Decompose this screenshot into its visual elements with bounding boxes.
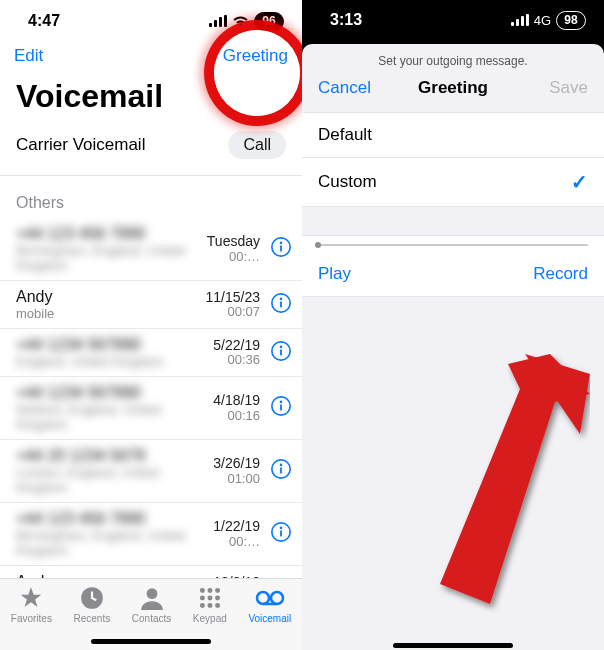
scrub-track[interactable] — [302, 236, 604, 254]
svg-point-37 — [207, 603, 212, 608]
svg-point-5 — [280, 242, 283, 245]
voicemail-date: 4/18/19 — [213, 392, 260, 408]
home-indicator[interactable] — [393, 643, 513, 648]
svg-rect-44 — [521, 16, 524, 26]
voicemail-date: 3/26/19 — [213, 455, 260, 471]
edit-button[interactable]: Edit — [14, 46, 43, 66]
svg-point-30 — [200, 588, 205, 593]
hint-text: Set your outgoing message. — [302, 44, 604, 72]
save-button[interactable]: Save — [549, 78, 588, 98]
svg-rect-6 — [280, 245, 282, 251]
home-indicator[interactable] — [91, 639, 211, 644]
tab-keypad[interactable]: Keypad — [193, 585, 227, 624]
info-icon[interactable] — [270, 395, 292, 417]
clock-icon — [79, 585, 105, 611]
info-icon[interactable] — [270, 521, 292, 543]
svg-rect-12 — [280, 349, 282, 355]
svg-point-39 — [257, 592, 269, 604]
person-icon — [139, 585, 165, 611]
tab-voicemail[interactable]: Voicemail — [248, 585, 291, 624]
voicemail-duration: 00:… — [213, 535, 260, 550]
info-icon[interactable] — [270, 292, 292, 314]
voicemail-row[interactable]: +44 20 1234 5678London, England, United … — [0, 440, 302, 503]
svg-point-32 — [215, 588, 220, 593]
svg-point-35 — [215, 596, 220, 601]
svg-point-31 — [207, 588, 212, 593]
star-icon — [18, 585, 44, 611]
voicemail-sub: London, England, United Kingdom — [16, 465, 213, 495]
tab-recents[interactable]: Recents — [74, 585, 111, 624]
voicemail-row[interactable]: +44 123 456 7890Birmingham, England, Uni… — [0, 218, 302, 281]
svg-rect-1 — [214, 20, 217, 27]
cancel-button[interactable]: Cancel — [318, 78, 371, 98]
signal-icon — [209, 15, 227, 27]
option-default[interactable]: Default — [302, 113, 604, 158]
greeting-screen: 3:13 4G 98 Set your outgoing message. Ca… — [302, 0, 604, 650]
svg-point-29 — [146, 588, 157, 599]
voicemail-date: 11/15/23 — [206, 289, 261, 305]
svg-rect-21 — [280, 530, 282, 536]
tab-favorites[interactable]: Favorites — [11, 585, 52, 624]
info-icon[interactable] — [270, 340, 292, 362]
voicemail-row[interactable]: +44 1234 567890Watford, England, United … — [0, 377, 302, 440]
keypad-icon — [197, 585, 223, 611]
voicemail-duration: 00:16 — [213, 409, 260, 424]
recording-controls: Play Record — [302, 235, 604, 297]
others-header: Others — [0, 176, 302, 218]
voicemail-duration: 00:… — [207, 250, 260, 265]
voicemail-sub: Birmingham, England, United Kingdom — [16, 243, 207, 273]
voicemail-caller: +44 123 456 7890 — [16, 225, 207, 243]
battery-icon: 96 — [254, 12, 284, 31]
greeting-button[interactable]: Greeting — [223, 46, 288, 66]
svg-point-8 — [280, 297, 283, 300]
highlight-circle — [214, 30, 300, 116]
svg-point-20 — [280, 527, 283, 530]
svg-point-11 — [280, 345, 283, 348]
status-time: 4:47 — [28, 12, 60, 30]
voicemail-sub: Birmingham, England, United Kingdom — [16, 528, 213, 558]
voicemail-duration: 01:00 — [213, 472, 260, 487]
voicemail-caller: +44 123 456 7890 — [16, 510, 213, 528]
voicemail-row[interactable]: +44 123 456 7890Birmingham, England, Uni… — [0, 503, 302, 566]
svg-rect-2 — [219, 17, 222, 27]
nav-bar: Edit Greeting — [0, 42, 302, 72]
voicemail-sub: England, United Kingdom — [16, 354, 213, 369]
network-label: 4G — [534, 13, 551, 28]
battery-icon: 98 — [556, 11, 586, 30]
call-button[interactable]: Call — [228, 131, 286, 159]
svg-rect-9 — [280, 301, 282, 307]
voicemail-duration: 00:07 — [206, 305, 261, 320]
status-bar: 3:13 4G 98 — [302, 0, 604, 40]
svg-marker-46 — [440, 354, 590, 604]
voicemail-duration: 00:36 — [213, 353, 260, 368]
tab-contacts[interactable]: Contacts — [132, 585, 171, 624]
svg-point-34 — [207, 596, 212, 601]
voicemail-sub: Watford, England, United Kingdom — [16, 402, 213, 432]
annotation-arrow-icon — [430, 354, 590, 644]
checkmark-icon: ✓ — [571, 170, 588, 194]
voicemail-icon — [255, 585, 285, 611]
signal-icon — [511, 14, 529, 26]
svg-rect-18 — [280, 467, 282, 473]
greeting-title: Greeting — [418, 78, 488, 98]
option-custom[interactable]: Custom ✓ — [302, 158, 604, 206]
svg-rect-42 — [511, 22, 514, 26]
info-icon[interactable] — [270, 236, 292, 258]
svg-marker-47 — [525, 354, 590, 434]
voicemail-date: 5/22/19 — [213, 337, 260, 353]
carrier-voicemail-row[interactable]: Carrier Voicemail Call — [0, 125, 302, 176]
record-button[interactable]: Record — [533, 264, 588, 284]
voicemail-row[interactable]: +44 1234 567890England, United Kingdom5/… — [0, 329, 302, 377]
voicemail-caller: +44 1234 567890 — [16, 336, 213, 354]
status-icons: 96 — [209, 12, 284, 31]
info-icon[interactable] — [270, 458, 292, 480]
voicemail-row[interactable]: Andymobile11/15/2300:07 — [0, 281, 302, 329]
status-icons: 4G 98 — [511, 11, 586, 30]
greeting-options: Default Custom ✓ — [302, 112, 604, 207]
svg-point-33 — [200, 596, 205, 601]
svg-rect-45 — [526, 14, 529, 26]
play-button[interactable]: Play — [318, 264, 351, 284]
svg-point-38 — [215, 603, 220, 608]
svg-rect-0 — [209, 23, 212, 27]
voicemail-date: Tuesday — [207, 233, 260, 249]
